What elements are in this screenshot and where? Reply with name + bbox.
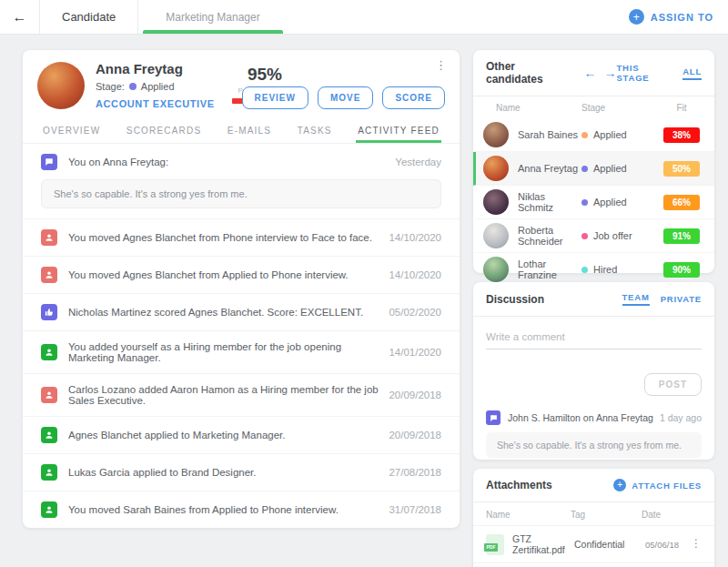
candidate-actions: REVIEW MOVE SCORE (242, 86, 445, 109)
comment: John S. Hamilton on Anna Freytag 1 day a… (486, 410, 702, 425)
other-candidates-title: Other candidates (486, 60, 572, 86)
attachments-column-headers: Name Tag Date (473, 502, 714, 525)
comment-input[interactable] (486, 329, 702, 349)
candidate-row-stage: Hired (593, 264, 617, 275)
next-arrow-icon[interactable]: → (603, 66, 616, 79)
person-icon (41, 501, 57, 518)
fit-badge: 50% (663, 161, 700, 177)
candidate-row[interactable]: Niklas Schmitz Applied 66% (473, 186, 714, 219)
move-button[interactable]: MOVE (318, 86, 373, 109)
position-link[interactable]: ACCOUNT EXECUTIVE (96, 98, 215, 109)
candidate-card: Anna Freytag Stage: Applied ACCOUNT EXEC… (23, 50, 460, 528)
activity-feed: You on Anna Freytag: Yesterday She's so … (23, 144, 460, 528)
candidates-column-headers: Name Stage Fit (473, 96, 714, 118)
tab-team[interactable]: TEAM (622, 292, 650, 306)
feed-item: You added yourself as a Hiring member fo… (23, 331, 460, 374)
candidate-row[interactable]: Sarah Baines Applied 38% (473, 118, 714, 152)
comment-author: John S. Hamilton on Anna Freytag (508, 412, 660, 423)
fit-badge: 90% (663, 262, 700, 278)
tab-overview[interactable]: OVERVIEW (41, 126, 102, 143)
tab-emails[interactable]: E-MAILS (226, 126, 273, 143)
tab-tasks[interactable]: TASKS (296, 126, 334, 143)
feed-text: Nicholas Martinez scored Agnes Blanchet.… (68, 307, 381, 318)
feed-date: Yesterday (395, 157, 441, 167)
candidate-row-name: Niklas Schmitz (518, 191, 581, 213)
feed-item: You on Anna Freytag: Yesterday She's so … (23, 144, 460, 219)
feed-date: 20/09/2018 (389, 390, 441, 400)
assign-to-label: ASSIGN TO (651, 12, 713, 23)
candidate-row[interactable]: Lothar Franzine Hired 90% (473, 253, 714, 286)
candidate-info: Anna Freytag Stage: Applied ACCOUNT EXEC… (96, 61, 215, 109)
candidate-row[interactable]: Anna Freytag Applied 50% (473, 152, 714, 186)
top-bar: ← Candidate Marketing Manager + ASSIGN T… (0, 0, 728, 35)
prev-arrow-icon[interactable]: ← (583, 66, 596, 79)
attachment-row[interactable]: GTZ Zertifikat.pdf Confidential 05/06/18… (473, 525, 714, 562)
candidate-row-stage: Job offer (593, 230, 632, 241)
avatar (483, 122, 509, 147)
feed-text: You moved Sarah Baines from Applied to P… (68, 504, 381, 515)
person-icon (41, 427, 57, 443)
feed-date: 14/10/2020 (389, 232, 441, 243)
tab-scorecards[interactable]: SCORECARDS (125, 126, 204, 143)
feed-item: You moved Agnes Blanchet from Phone inte… (23, 219, 460, 257)
stage-dot-icon (129, 83, 136, 90)
candidate-row[interactable]: Roberta Schneider Job offer 91% (473, 219, 714, 253)
tab-candidate[interactable]: Candidate (39, 0, 138, 34)
attachments-title: Attachments (486, 479, 552, 491)
candidate-tabs: OVERVIEW SCORECARDS E-MAILS TASKS ACTIVI… (23, 119, 460, 144)
other-candidates-header: Other candidates ← → THIS STAGE ALL (473, 50, 714, 96)
post-button[interactable]: POST (644, 373, 702, 396)
attachments-panel: Attachments + ATTACH FILES Name Tag Date… (473, 469, 714, 567)
comment-icon (41, 154, 57, 170)
candidate-name: Anna Freytag (96, 61, 215, 76)
person-icon (41, 387, 57, 403)
feed-item: Nicholas Martinez scored Agnes Blanchet.… (23, 294, 460, 331)
feed-item: You moved Sarah Baines from Applied to P… (23, 491, 460, 528)
stage-dot-icon (581, 233, 588, 239)
filter-all[interactable]: ALL (682, 66, 702, 80)
filter-this-stage[interactable]: THIS STAGE (616, 63, 673, 83)
stage-value: Applied (141, 81, 175, 92)
feed-item: Carlos Lozano added Aaron Hamon as a Hir… (23, 374, 460, 417)
kebab-menu-icon[interactable]: ⋮ (691, 538, 702, 550)
review-button[interactable]: REVIEW (242, 86, 308, 109)
candidate-row-name: Anna Freytag (518, 163, 581, 174)
pdf-icon (486, 534, 504, 555)
plus-icon: + (629, 9, 644, 25)
back-icon[interactable]: ← (0, 0, 39, 34)
avatar (483, 257, 509, 282)
candidate-row-stage: Applied (593, 163, 627, 174)
person-icon (41, 344, 57, 360)
tab-private[interactable]: PRIVATE (661, 294, 702, 304)
feed-item: You moved Agnes Blanchet from Applied to… (23, 257, 460, 294)
candidate-row-name: Roberta Schneider (518, 225, 581, 247)
column-stage: Stage (581, 103, 662, 113)
tab-activity-feed[interactable]: ACTIVITY FEED (356, 126, 441, 143)
feed-quote: She's so capable. It's a strong yes from… (41, 179, 441, 208)
discussion-title: Discussion (486, 293, 544, 306)
comment-text: She's so capable. It's a strong yes from… (486, 432, 702, 458)
column-fit: Fit (662, 103, 702, 113)
attachment-date: 05/06/18 (645, 540, 691, 550)
potential-value: 95% (232, 65, 298, 85)
score-button[interactable]: SCORE (382, 86, 445, 109)
tab-marketing-manager[interactable]: Marketing Manager (138, 0, 287, 34)
fit-badge: 38% (663, 127, 700, 143)
feed-date: 05/02/2020 (389, 307, 441, 318)
attachment-row[interactable]: Anna Freytag_CV.pdf CV 07/06/18 ⋮ (473, 562, 714, 567)
avatar (483, 223, 509, 248)
assign-to-button[interactable]: + ASSIGN TO (629, 0, 728, 34)
person-icon (41, 229, 57, 246)
fit-badge: 66% (663, 195, 700, 210)
stage-dot-icon (581, 267, 588, 273)
avatar (37, 62, 85, 109)
kebab-menu-icon[interactable]: ⋮ (435, 59, 447, 72)
feed-date: 31/07/2018 (389, 504, 441, 515)
feed-date: 20/09/2018 (389, 430, 441, 440)
page: ← Candidate Marketing Manager + ASSIGN T… (0, 0, 728, 567)
attach-files-button[interactable]: ATTACH FILES (632, 481, 702, 491)
other-candidates-panel: Other candidates ← → THIS STAGE ALL Name… (473, 50, 714, 273)
feed-text: You on Anna Freytag: (68, 157, 388, 167)
column-tag: Tag (571, 510, 642, 520)
stage-dot-icon (581, 132, 588, 138)
